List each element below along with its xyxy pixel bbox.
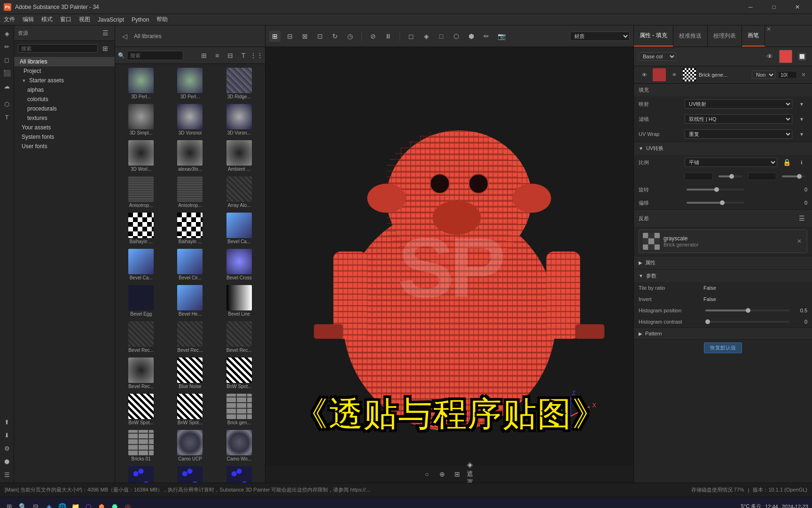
asset-item[interactable]: Ambient ... [215, 138, 263, 174]
tree-item-alphas[interactable]: alphas [14, 85, 115, 95]
sort-icon[interactable]: ≡ [211, 50, 223, 61]
asset-item[interactable]: 3D Worl... [117, 138, 165, 174]
tool-paint[interactable]: ✏ [1, 40, 13, 53]
back-icon[interactable]: ◁ [119, 31, 130, 42]
tree-item-starter[interactable]: ▼ Starter assets [14, 76, 115, 85]
asset-item[interactable]: 3D Perl... [117, 66, 165, 101]
add-icon[interactable]: T [238, 50, 249, 61]
asset-item[interactable]: Cells 3 [215, 464, 263, 483]
asset-item[interactable]: Anisotrop... [166, 175, 214, 210]
remove-layer-icon[interactable]: ✕ [800, 71, 807, 79]
uv-transform-header[interactable]: ▼ UV转换 [634, 142, 812, 155]
view-history-icon[interactable]: ◷ [344, 31, 356, 42]
view-mode-icon[interactable]: ⊞ [198, 50, 210, 61]
tool-more[interactable]: ☰ [1, 468, 13, 481]
asset-item[interactable]: Baihayin ... [166, 211, 214, 246]
tree-item-user-fonts[interactable]: User fonts [14, 142, 115, 151]
view-paint-icon[interactable]: ✏ [481, 31, 492, 42]
asset-item[interactable]: Camo Wo... [215, 428, 263, 463]
asset-item[interactable]: Baihayin ... [117, 211, 165, 246]
scale-select[interactable]: 平铺 [685, 158, 777, 167]
x-slider-track[interactable] [718, 175, 742, 177]
filters-header[interactable]: 反差 ☰ [634, 210, 812, 227]
tool-settings[interactable]: ⚙ [1, 442, 13, 454]
tab-calib[interactable]: 校准推送 [673, 25, 708, 47]
asset-item[interactable]: Bevel Line [215, 283, 263, 318]
search-tb-icon[interactable]: 🔍 [17, 501, 28, 508]
tab-properties-fill[interactable]: 属性 - 填充 [634, 25, 673, 47]
menu-edit[interactable]: 编辑 [23, 16, 34, 24]
lock-icon[interactable]: 🔒 [781, 157, 792, 168]
asset-item[interactable]: BnW Spot... [117, 392, 165, 427]
norm-select[interactable]: Norm~ [752, 71, 775, 79]
reset-defaults-button[interactable]: 恢复默认值 [704, 342, 742, 353]
tree-item-your-assets[interactable]: Your assets [14, 123, 115, 132]
filter-info-icon[interactable]: ▼ [796, 113, 807, 125]
close-button[interactable]: ✕ [787, 0, 808, 14]
asset-item[interactable]: Camo UCP [166, 428, 214, 463]
mapping-info-icon[interactable]: ▼ [796, 98, 807, 110]
asset-item[interactable]: Bevel Ca... [215, 211, 263, 246]
asset-item[interactable]: Bevel Cir... [166, 247, 214, 282]
menu-python[interactable]: Python [132, 16, 149, 23]
offset-slider[interactable] [687, 202, 744, 204]
menu-mode[interactable]: 模式 [41, 16, 53, 24]
y-input[interactable]: -23.33 [748, 173, 776, 180]
panel-close[interactable]: ✕ [765, 25, 773, 33]
layer-eye-icon[interactable]: 👁 [764, 51, 775, 62]
material-mode-select[interactable]: 材质 [570, 32, 630, 41]
mapping-select[interactable]: UV映射 [685, 99, 792, 109]
view-render-icon[interactable]: ⬢ [466, 31, 477, 42]
start-icon[interactable]: ⊞ [4, 501, 15, 508]
tool-fill[interactable]: ⬛ [1, 67, 13, 79]
minimize-button[interactable]: ─ [740, 0, 761, 14]
explorer-icon[interactable]: 📁 [70, 501, 81, 508]
task-view-icon[interactable]: ⊟ [30, 501, 41, 508]
menu-javascript[interactable]: JavaScript [98, 16, 124, 23]
tree-item-textures[interactable]: textures [14, 113, 115, 123]
hist-pos-slider[interactable]: 0.5 [703, 308, 807, 313]
asset-item[interactable]: Anisotrop... [117, 175, 165, 210]
filter2-icon[interactable]: ⊟ [225, 50, 236, 61]
asset-item[interactable]: Blue Noise [166, 356, 214, 391]
layer-color-icon[interactable]: 🔲 [796, 51, 807, 62]
tree-item-procedurals[interactable]: procedurals [14, 104, 115, 113]
vp-expand-icon[interactable]: ⊞ [452, 468, 463, 480]
view-shadow-icon[interactable]: ◻ [406, 31, 417, 42]
view-env-icon[interactable]: ◈ [421, 31, 432, 42]
uvwrap-select[interactable]: 重复 [685, 129, 792, 139]
properties-header[interactable]: ▶ 属性 [634, 256, 812, 269]
asset-item[interactable]: Cells 2 [166, 464, 214, 483]
view-brush-icon[interactable]: ⊘ [367, 31, 379, 42]
base-col-select[interactable]: Base col [639, 52, 676, 61]
asset-item[interactable]: 3D Voronoi [166, 102, 214, 137]
asset-item[interactable]: 3D Ridge... [215, 66, 263, 101]
tool-text[interactable]: T [1, 111, 13, 123]
tree-item-all-libraries[interactable]: All libraries [14, 57, 115, 66]
asset-item[interactable]: Array Alo... [215, 175, 263, 210]
view-center-icon[interactable]: ⊡ [314, 31, 326, 42]
tool-export[interactable]: ⬇ [1, 429, 13, 441]
filters-options-icon[interactable]: ☰ [796, 213, 807, 224]
asset-item[interactable]: Bevel Ca... [117, 247, 165, 282]
asset-item[interactable]: Bevel Rec... [215, 319, 263, 355]
layer-vis-icon[interactable]: 👁 [639, 69, 650, 80]
view-cam-icon[interactable]: □ [436, 31, 447, 42]
uv-info-icon[interactable]: ℹ [796, 157, 807, 168]
gen-close-icon[interactable]: ✕ [796, 238, 803, 245]
hist-con-slider[interactable]: 0 [703, 319, 807, 325]
x-input[interactable]: -23.33 [685, 173, 713, 180]
view-post-icon[interactable]: ⬡ [451, 31, 462, 42]
menu-help[interactable]: 帮助 [156, 16, 168, 24]
tool-erase[interactable]: ◻ [1, 54, 13, 66]
asset-item[interactable]: Bevel Rec... [117, 319, 165, 355]
opacity-input[interactable] [778, 71, 797, 79]
view-camera-icon[interactable]: 📷 [496, 31, 507, 42]
asset-item[interactable]: 3D Perl... [166, 66, 214, 101]
tool-import[interactable]: ⬆ [1, 416, 13, 428]
asset-search-input[interactable] [127, 51, 183, 60]
view-rotate-icon[interactable]: ↻ [329, 31, 341, 42]
tool-smudge[interactable]: ☁ [1, 80, 13, 92]
asset-item[interactable]: BnW Spot... [215, 356, 263, 391]
asset-item[interactable]: BnW Spot... [166, 392, 214, 427]
